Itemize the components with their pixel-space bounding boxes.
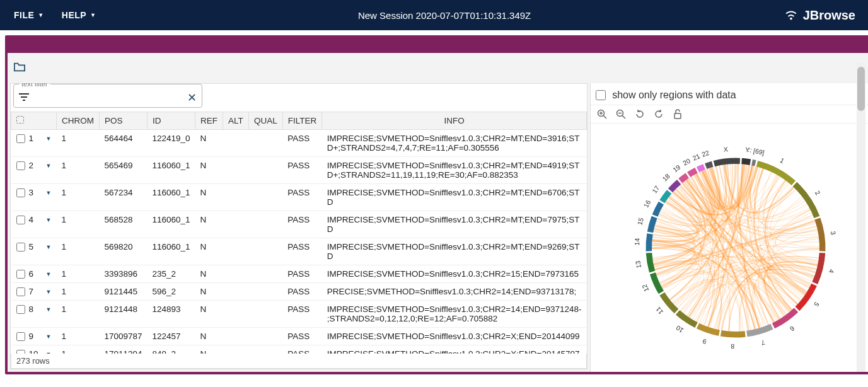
chrom-label: 16 [642,199,652,209]
rotate-ccw-icon[interactable] [634,108,646,120]
row-checkbox[interactable] [16,161,25,170]
expand-all-icon[interactable] [16,116,24,124]
chrom-arc[interactable] [652,202,663,217]
row-checkbox[interactable] [16,332,25,341]
chrom-arc[interactable] [751,159,756,166]
col-pos[interactable]: POS [99,112,147,130]
cell-pos: 567234 [99,184,147,211]
cell-id: 849_3 [148,345,195,354]
cell-alt [223,265,249,283]
zoom-out-icon[interactable] [615,108,627,120]
table-row[interactable]: 2 ▼1565469116060_1NPASSIMPRECISE;SVMETHO… [11,157,587,184]
right-pane: show only regions with data 123456789101… [590,83,868,372]
status-bar: 273 rows [11,354,587,369]
cell-chrom: 1 [56,157,99,184]
help-menu[interactable]: HELP▼ [53,6,105,24]
show-only-data-checkbox[interactable] [596,90,606,100]
chevron-down-icon: ▼ [38,12,43,18]
cell-pos: 17011394 [99,345,147,354]
menubar: FILE▼ HELP▼ New Session 2020-07-07T01:10… [0,0,868,30]
cell-qual [248,265,282,283]
table-scroll[interactable]: CHROM POS ID REF ALT QUAL FILTER INFO 1 … [11,112,587,354]
rotate-cw-icon[interactable] [652,108,665,120]
page-scrollbar[interactable] [857,63,865,372]
clear-icon[interactable]: ✕ [187,91,197,105]
cell-info: IMPRECISE;SVMETHOD=Snifflesv1.0.3;CHR2=M… [322,211,587,238]
row-menu-icon[interactable]: ▼ [46,306,52,313]
cell-chrom: 1 [56,184,99,211]
chrom-arc[interactable] [814,217,825,251]
cell-pos: 565469 [99,157,147,184]
cell-pos: 569820 [99,238,147,265]
table-row[interactable]: 9 ▼117009787122457NPASSIMPRECISE;SVMETHO… [11,328,587,345]
cell-info: IMPRECISE;SVMETHOD=Snifflesv1.0.3;CHR2=X… [322,328,587,345]
lock-icon[interactable] [671,108,684,120]
row-menu-icon[interactable]: ▼ [46,136,52,142]
svg-rect-7 [674,113,681,118]
chrom-arc[interactable] [772,308,798,328]
row-menu-icon[interactable]: ▼ [46,271,52,277]
row-menu-icon[interactable]: ▼ [46,190,52,196]
row-checkbox[interactable] [16,134,25,143]
table-row[interactable]: 10 ▼117011394849_3NPASSIMPRECISE;SVMETHO… [11,345,587,354]
chrom-label: 3 [830,231,837,236]
chrom-label: 7 [760,338,765,346]
col-id[interactable]: ID [148,112,195,130]
row-menu-icon[interactable]: ▼ [46,289,52,295]
col-filter[interactable]: FILTER [282,112,322,130]
circos-plot[interactable]: 12345678910111213141516171819202122XY:: … [591,124,868,372]
row-checkbox[interactable] [16,188,25,197]
chrom-arc[interactable] [659,190,671,203]
chrom-label: 20 [681,157,692,166]
row-num: 10 [29,349,38,354]
col-alt[interactable]: ALT [223,112,249,130]
cell-alt [223,328,249,345]
table-row[interactable]: 8 ▼19121448124893NPASSIMPRECISE;SVMETHOD… [11,301,587,328]
col-chrom[interactable]: CHROM [56,112,99,130]
row-checkbox[interactable] [16,270,25,279]
table-row[interactable]: 6 ▼13393896235_2NPASSIMPRECISE;SVMETHOD=… [11,265,587,283]
table-row[interactable]: 4 ▼1568528116060_1NPASSIMPRECISE;SVMETHO… [11,211,587,238]
chrom-arc[interactable] [741,158,751,165]
col-ref[interactable]: REF [195,112,223,130]
col-qual[interactable]: QUAL [248,112,282,130]
cell-qual [248,238,282,265]
row-checkbox[interactable] [16,243,25,251]
cell-pos: 9121445 [99,283,147,301]
row-menu-icon[interactable]: ▼ [46,333,52,340]
zoom-in-icon[interactable] [596,108,608,120]
filter-input[interactable] [29,89,187,107]
cell-info: IMPRECISE;SVMETHOD=Snifflesv1.0.3;CHR2=X… [322,345,587,354]
folder-icon[interactable] [13,60,26,76]
col-info[interactable]: INFO [322,112,587,130]
cell-filter: PASS [282,130,322,157]
file-menu[interactable]: FILE▼ [5,6,53,24]
row-menu-icon[interactable]: ▼ [46,244,52,250]
table-row[interactable]: 1 ▼1564464122419_0NPASSIMPRECISE;SVMETHO… [11,130,587,157]
cell-qual [248,157,282,184]
cell-ref: N [195,345,223,354]
cell-qual [248,345,282,354]
row-checkbox[interactable] [16,216,25,224]
table-row[interactable]: 7 ▼19121445596_2NPASSPRECISE;SVMETHOD=Sn… [11,283,587,301]
row-menu-icon[interactable]: ▼ [46,217,52,223]
row-checkbox[interactable] [16,305,25,314]
chrom-label: 19 [671,163,681,173]
cell-info: IMPRECISE;SVMETHOD=Snifflesv1.0.3;CHR2=M… [322,157,587,184]
chrom-arc[interactable] [792,182,819,218]
panel-toolbar [8,53,868,83]
table-row[interactable]: 5 ▼1569820116060_1NPASSIMPRECISE;SVMETHO… [11,238,587,265]
cell-pos: 17009787 [99,328,147,345]
row-num: 4 [29,215,34,224]
row-num: 3 [29,188,34,197]
table-row[interactable]: 3 ▼1567234116060_1NPASSIMPRECISE;SVMETHO… [11,184,587,211]
row-menu-icon[interactable]: ▼ [46,163,52,169]
row-num: 6 [29,269,34,279]
cell-filter: PASS [282,345,322,354]
row-num: 7 [29,287,34,296]
panel-titlebar: ✕ [8,38,868,53]
chrom-arc[interactable] [720,330,746,337]
row-checkbox[interactable] [16,287,25,296]
cell-ref: N [195,130,223,157]
cell-id: 116060_1 [148,238,195,265]
